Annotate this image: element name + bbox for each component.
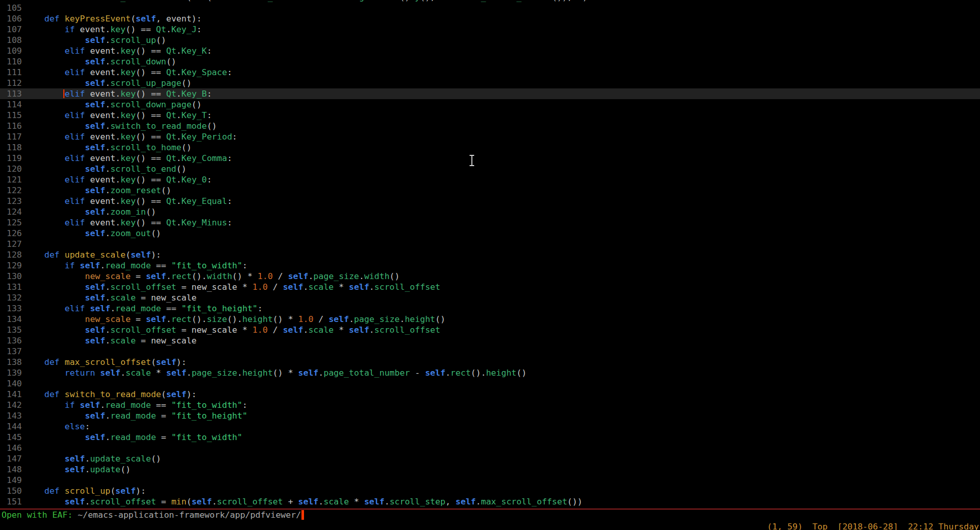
code-line[interactable]: 116 self.switch_to_read_mode() — [0, 121, 980, 131]
code-token: self — [212, 0, 232, 2]
line-number: 151 — [0, 496, 24, 507]
code-token: max_scroll_offset — [481, 497, 567, 506]
code-token: key — [121, 89, 136, 99]
code-line[interactable]: 131 self.scroll_offset = new_scale * 1.0… — [0, 282, 980, 292]
code-line[interactable]: 122 self.zoom_reset() — [0, 185, 980, 196]
code-line[interactable]: 111 elif event.key() == Qt.Key_Space: — [0, 67, 980, 78]
code-line[interactable]: 118 self.scroll_to_home() — [0, 142, 980, 153]
line-number: 109 — [0, 45, 24, 56]
code-line-text: elif self.read_mode == "fit_to_height": — [24, 303, 263, 314]
code-area[interactable]: 104 self.scroll_offset = max(min(self.sc… — [0, 0, 980, 507]
code-line-text: elif event.key() == Qt.Key_K: — [24, 45, 212, 56]
code-line[interactable]: 150 def scroll_up(self): — [0, 486, 980, 496]
code-token: : — [227, 196, 232, 206]
code-token: . — [105, 78, 110, 88]
code-token: self — [85, 432, 105, 442]
code-token: : — [207, 89, 212, 99]
code-line[interactable]: 112 self.scroll_up_page() — [0, 78, 980, 88]
code-line[interactable]: 146 — [0, 443, 980, 453]
code-line[interactable]: 105 — [0, 3, 980, 13]
code-line[interactable]: 135 self.scroll_offset = new_scale * 1.0… — [0, 325, 980, 335]
code-token: self — [329, 314, 349, 324]
code-token: * — [334, 282, 349, 292]
line-number: 121 — [0, 174, 24, 185]
code-line[interactable]: 121 elif event.key() == Qt.Key_0: — [0, 174, 980, 185]
code-line[interactable]: 126 self.zoom_out() — [0, 228, 980, 239]
code-line[interactable]: 145 self.read_mode = "fit_to_width" — [0, 432, 980, 443]
code-token: Key_Space — [181, 67, 227, 77]
code-token — [24, 207, 85, 217]
code-line[interactable]: 149 — [0, 475, 980, 486]
code-line[interactable]: 120 self.scroll_to_end() — [0, 164, 980, 174]
code-line[interactable]: 110 self.scroll_down() — [0, 56, 980, 67]
code-line[interactable]: 115 elif event.key() == Qt.Key_T: — [0, 110, 980, 121]
minibuffer-input[interactable]: ~/emacs-application-framework/app/pdfvie… — [78, 510, 301, 520]
code-token: event. — [85, 46, 121, 56]
code-line[interactable]: 119 elif event.key() == Qt.Key_Comma: — [0, 153, 980, 164]
code-token: . — [303, 325, 308, 335]
code-line[interactable]: 133 elif self.read_mode == "fit_to_heigh… — [0, 303, 980, 314]
code-line-text: elif event.key() == Qt.Key_Minus: — [24, 217, 232, 228]
code-line[interactable]: 128 def update_scale(self): — [0, 249, 980, 260]
code-token: ()) — [567, 497, 582, 506]
code-token: = new_scale — [136, 293, 197, 303]
code-token: . — [110, 304, 115, 313]
code-line[interactable]: 147 self.update_scale() — [0, 453, 980, 464]
code-token: Qt — [166, 89, 176, 99]
code-line[interactable]: 132 self.scale = new_scale — [0, 292, 980, 303]
status-tray: (1, 59)Top[2018-06-28]22:12 Thursday — [767, 521, 979, 530]
code-line[interactable]: 109 elif event.key() == Qt.Key_K: — [0, 45, 980, 56]
code-line-text: self.scroll_up() — [24, 35, 166, 45]
code-line[interactable]: 143 self.read_mode = "fit_to_height" — [0, 410, 980, 421]
code-line[interactable]: 107 if event.key() == Qt.Key_J: — [0, 24, 980, 35]
code-token: elif — [64, 304, 85, 313]
code-line[interactable]: 106 def keyPressEvent(self, event): — [0, 13, 980, 24]
code-line[interactable]: 117 elif event.key() == Qt.Key_Period: — [0, 131, 980, 142]
code-line[interactable]: 125 elif event.key() == Qt.Key_Minus: — [0, 217, 980, 228]
code-token: zoom_reset — [110, 186, 161, 195]
code-token: else — [64, 422, 85, 431]
code-token: . — [212, 497, 217, 506]
code-token — [24, 368, 64, 378]
code-line[interactable]: 130 new_scale = self.rect().width() * 1.… — [0, 271, 980, 282]
line-number: 106 — [0, 13, 24, 24]
code-line[interactable]: 108 self.scroll_up() — [0, 35, 980, 45]
code-line[interactable]: 134 new_scale = self.rect().size().heigh… — [0, 314, 980, 325]
code-token: scale — [308, 325, 334, 335]
code-line-text: elif event.key() == Qt.Key_Equal: — [24, 196, 232, 206]
code-line[interactable]: 140 — [0, 378, 980, 389]
code-token: page_size — [354, 314, 400, 324]
code-line[interactable]: 123 elif event.key() == Qt.Key_Equal: — [0, 196, 980, 206]
code-token: + — [283, 497, 298, 506]
code-line[interactable]: 124 self.zoom_in() — [0, 206, 980, 217]
code-token: self — [85, 100, 105, 109]
line-number: 120 — [0, 164, 24, 174]
code-line[interactable]: 148 self.update() — [0, 464, 980, 475]
code-token: self — [440, 0, 461, 2]
code-token — [24, 164, 85, 174]
code-token: key — [110, 25, 126, 34]
code-line-text: def keyPressEvent(self, event): — [24, 13, 202, 24]
code-line[interactable]: 136 self.scale = new_scale — [0, 335, 980, 346]
code-line[interactable]: 127 — [0, 239, 980, 249]
code-token: y — [415, 0, 420, 2]
code-line[interactable]: 144 else: — [0, 421, 980, 432]
code-line[interactable]: 142 if self.read_mode == "fit_to_width": — [0, 400, 980, 410]
code-line[interactable]: 113 elif event.key() == Qt.Key_B: — [0, 88, 980, 99]
code-line[interactable]: 141 def switch_to_read_mode(self): — [0, 389, 980, 400]
code-token: self — [64, 0, 85, 2]
code-line[interactable]: 137 — [0, 346, 980, 357]
code-token: scroll_up_page — [110, 78, 181, 88]
code-line[interactable]: 139 return self.scale * self.page_size.h… — [0, 367, 980, 378]
code-token: . — [121, 368, 126, 378]
code-line[interactable]: 138 def max_scroll_offset(self): — [0, 357, 980, 367]
code-line[interactable]: 114 self.scroll_down_page() — [0, 99, 980, 110]
code-line[interactable]: 151 self.scroll_offset = min(self.scroll… — [0, 496, 980, 507]
code-line[interactable]: 129 if self.read_mode == "fit_to_width": — [0, 260, 980, 271]
code-token: height — [242, 314, 273, 324]
line-number: 136 — [0, 335, 24, 346]
line-number: 142 — [0, 400, 24, 410]
minibuffer[interactable]: Open with EAF: ~/emacs-application-frame… — [2, 510, 304, 520]
code-line-text: def switch_to_read_mode(self): — [24, 389, 197, 400]
line-number: 117 — [0, 131, 24, 142]
